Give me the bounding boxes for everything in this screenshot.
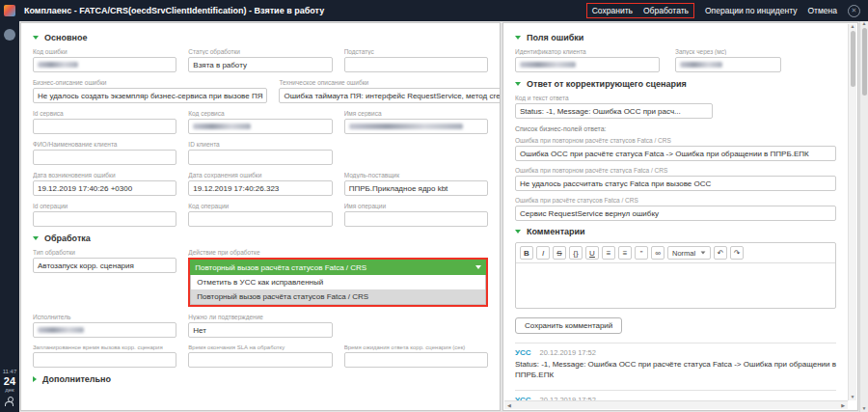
field-business-desc: Бизнес-описание ошибки Не удалось создат… xyxy=(33,79,267,103)
chevron-down-icon xyxy=(515,36,521,40)
redacted-value xyxy=(680,62,722,68)
resp3-input[interactable]: Сервис RequestService вернул ошибку xyxy=(515,206,836,221)
section-error-fields-header[interactable]: Поля ошибки xyxy=(515,33,836,42)
business-desc-input[interactable]: Не удалось создать экземпляр бизнес-серв… xyxy=(33,88,267,103)
field-resp3: Ошибка при расчёте статусов Fatca / CRS … xyxy=(515,197,836,221)
section-response-header[interactable]: Ответ от корректирующего сценария xyxy=(515,79,836,89)
executor-input[interactable] xyxy=(33,322,176,338)
section-main-header[interactable]: Основное xyxy=(33,33,488,42)
user-icon[interactable] xyxy=(5,397,14,406)
side-rail: 11:47 24 дек xyxy=(0,21,19,412)
client-id-input[interactable] xyxy=(188,150,332,165)
launch-ms-input[interactable] xyxy=(675,57,781,72)
processing-type-label: Тип обработки xyxy=(33,249,176,256)
close-icon[interactable]: ✕ xyxy=(848,5,860,17)
service-name-input[interactable] xyxy=(344,119,488,134)
field-error-code: Код ошибки xyxy=(33,48,176,72)
op-id-input[interactable] xyxy=(33,211,176,227)
bold-button[interactable]: B xyxy=(520,246,533,260)
field-client-name: ФИО/Наименование клиента xyxy=(33,141,176,165)
resp1-input[interactable]: Ошибка ОСС при расчёте статуса Fatca -> … xyxy=(515,146,836,161)
service-code-label: Код сервиса xyxy=(188,110,332,117)
error-date-input[interactable]: 19.12.2019 17:40:26 +0300 xyxy=(33,180,176,196)
section-comments-header[interactable]: Комментарии xyxy=(515,227,836,236)
field-status: Статус обработки Взята в работу xyxy=(188,48,332,72)
status-input[interactable]: Взята в работу xyxy=(188,57,332,72)
scrollbar-thumb[interactable] xyxy=(851,31,855,87)
save-date-input[interactable]: 19.12.2019 17:40:26.323 xyxy=(188,180,332,196)
scroll-right-icon[interactable]: ▶ xyxy=(841,403,845,408)
field-launch-ms: Запуск через (мс) xyxy=(675,48,781,72)
module-input[interactable]: ППРБ.Прикладное ядро kbt xyxy=(344,180,488,196)
error-details-panel: Поля ошибки Идентификатор клиента Запуск… xyxy=(502,22,858,411)
scroll-up-icon[interactable]: ▲ xyxy=(851,24,855,29)
op-code-input[interactable] xyxy=(188,211,332,227)
field-client-ident: Идентификатор клиента xyxy=(515,48,660,72)
code-text-input[interactable]: Status: -1, Message: Ошибка ОСС при расч… xyxy=(515,103,713,119)
field-tech-desc: Техническое описание ошибки Ошибка тайма… xyxy=(279,79,501,103)
error-code-input[interactable] xyxy=(33,57,176,72)
italic-button[interactable]: I xyxy=(536,246,550,260)
scrollbar-thumb[interactable] xyxy=(862,28,867,96)
panel-vertical-scrollbar[interactable]: ▲ ▼ xyxy=(848,24,856,400)
format-value: Normal xyxy=(672,249,695,258)
action-select[interactable]: Повторный вызов расчёта статусов Fatca /… xyxy=(190,260,486,275)
link-icon[interactable]: ∞ xyxy=(651,246,665,260)
scroll-down-icon[interactable]: ▼ xyxy=(851,395,855,399)
client-name-input[interactable] xyxy=(33,150,176,165)
sla-time-input[interactable] xyxy=(188,352,332,368)
resp2-input[interactable]: Не удалось рассчитать статус Fatca при в… xyxy=(515,176,836,191)
processing-type-input[interactable]: Автозапуск корр. сценария xyxy=(33,258,176,273)
cancel-button[interactable]: Отмена xyxy=(808,6,838,15)
op-code-label: Код операции xyxy=(188,203,332,209)
service-name-label: Имя сервиса xyxy=(344,110,488,117)
strike-glyph: S xyxy=(556,249,561,258)
field-processing-type: Тип обработки Автозапуск корр. сценария xyxy=(33,249,176,307)
action-option[interactable]: Повторный вызов расчёта статусов Fatca /… xyxy=(191,289,485,304)
quote-icon[interactable]: ” xyxy=(635,246,648,260)
field-op-code: Код операции xyxy=(188,203,332,227)
section-additional-header[interactable]: Дополнительно xyxy=(33,374,488,384)
save-comment-button[interactable]: Сохранить комментарий xyxy=(515,317,622,334)
section-processing-header[interactable]: Обработка xyxy=(33,233,488,243)
save-button[interactable]: Сохранить xyxy=(592,6,633,15)
field-op-name: Имя операции xyxy=(344,203,488,227)
scroll-left-icon[interactable]: ◀ xyxy=(507,403,511,408)
save-date-label: Дата сохранения ошибки xyxy=(188,172,332,179)
scroll-down-icon[interactable]: ▼ xyxy=(862,406,867,411)
scroll-up-icon[interactable]: ▲ xyxy=(862,21,867,26)
field-substatus: Подстатус xyxy=(344,48,488,72)
panel-horizontal-scrollbar[interactable]: ◀ ▶ xyxy=(504,400,848,409)
field-sla-time: Время окончания SLA на обработку xyxy=(188,344,332,368)
page-vertical-scrollbar[interactable]: ▲ ▼ xyxy=(859,21,868,412)
incident-operations-button[interactable]: Операции по инциденту xyxy=(705,6,798,15)
chevron-down-icon xyxy=(515,230,521,233)
chevron-right-icon xyxy=(33,376,37,382)
strikethrough-button[interactable]: S xyxy=(553,246,566,260)
process-button[interactable]: Обработать xyxy=(643,6,689,15)
status-label: Статус обработки xyxy=(188,48,332,55)
service-id-input[interactable] xyxy=(33,119,176,134)
rail-avatar-icon[interactable] xyxy=(4,29,15,41)
undo-icon[interactable]: ↶ xyxy=(714,246,727,260)
field-client-id: ID клиента xyxy=(188,141,332,165)
tech-desc-input[interactable]: Ошибка таймаута ПЯ: интерфейс RequestSer… xyxy=(279,88,501,103)
planned-time-input[interactable] xyxy=(33,352,176,368)
action-option[interactable]: Отметить в УСС как исправленный xyxy=(191,275,485,289)
redo-icon[interactable]: ↷ xyxy=(730,246,744,260)
client-id-label: ID клиента xyxy=(188,141,332,148)
substatus-input[interactable] xyxy=(344,57,488,72)
code-button[interactable]: {} xyxy=(569,246,583,260)
confirmation-input[interactable]: Нет xyxy=(188,322,332,338)
service-code-input[interactable] xyxy=(188,119,332,134)
op-name-input[interactable] xyxy=(344,211,488,227)
section-error-fields-title: Поля ошибки xyxy=(527,33,583,42)
comment-textarea[interactable] xyxy=(516,263,835,308)
field-error-date: Дата возникновения ошибки 19.12.2019 17:… xyxy=(33,172,176,196)
underline-button[interactable]: U xyxy=(585,246,599,260)
wait-time-input[interactable] xyxy=(344,352,488,368)
client-ident-input[interactable] xyxy=(515,57,660,72)
bullet-list-icon[interactable]: ≡ xyxy=(602,246,615,260)
format-select[interactable]: Normal xyxy=(667,246,711,260)
ordered-list-icon[interactable]: ≡ xyxy=(618,246,632,260)
